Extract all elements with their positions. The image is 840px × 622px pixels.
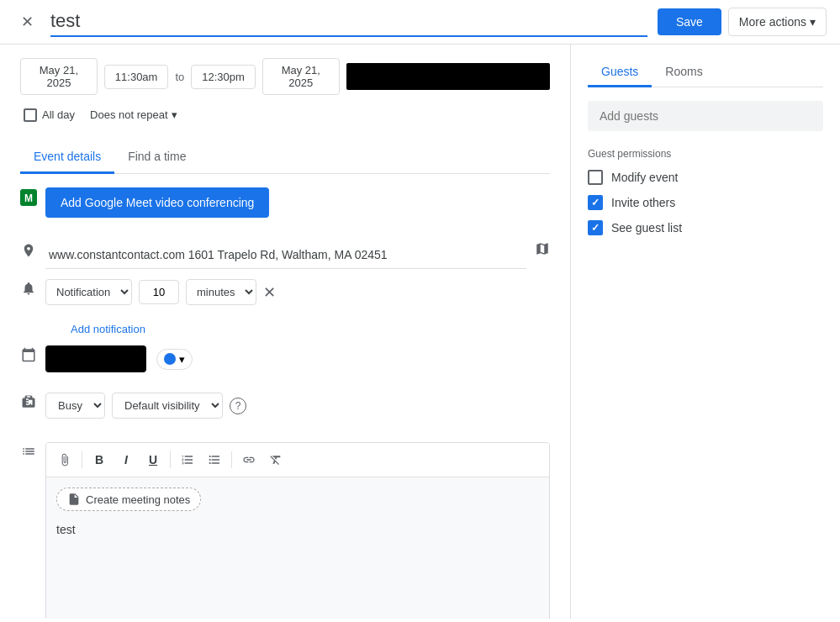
calendar-color-controls: ▾ <box>45 345 193 372</box>
toolbar-separator-2 <box>170 451 171 468</box>
add-notification-link[interactable]: Add notification <box>71 323 145 335</box>
repeat-chevron-icon: ▾ <box>172 108 177 121</box>
save-button[interactable]: Save <box>658 8 721 35</box>
allday-checkbox[interactable] <box>24 108 37 122</box>
permission-invite-others-row[interactable]: Invite others <box>588 195 823 210</box>
more-actions-button[interactable]: More actions ▾ <box>728 8 827 36</box>
datetime-row: May 21, 2025 11:30am to 12:30pm May 21, … <box>20 58 550 95</box>
chevron-down-icon: ▾ <box>810 15 816 29</box>
right-panel: Guests Rooms Guest permissions Modify ev… <box>571 45 840 619</box>
location-icon-col <box>20 241 37 258</box>
description-editor: B I U <box>45 442 550 619</box>
remove-format-button[interactable] <box>264 448 288 472</box>
close-button[interactable]: ✕ <box>13 8 40 35</box>
guest-tabs-row: Guests Rooms <box>588 58 823 87</box>
repeat-label: Does not repeat <box>90 108 168 121</box>
start-date-chip[interactable]: May 21, 2025 <box>20 58 98 95</box>
attach-button[interactable] <box>53 448 77 472</box>
permission-see-guest-list-row[interactable]: See guest list <box>588 220 823 235</box>
editor-toolbar: B I U <box>46 443 549 477</box>
meet-logo-icon: M <box>20 189 37 206</box>
create-meeting-notes-button[interactable]: Create meeting notes <box>56 488 201 511</box>
tab-event-details[interactable]: Event details <box>20 141 114 174</box>
notification-value-input[interactable] <box>139 280 179 304</box>
link-button[interactable] <box>237 448 261 472</box>
color-dot <box>164 353 176 365</box>
see-guest-list-label: See guest list <box>611 221 682 235</box>
guest-permissions-title: Guest permissions <box>588 148 823 160</box>
tab-find-a-time[interactable]: Find a time <box>114 141 199 174</box>
bell-icon-col <box>20 279 37 296</box>
notification-type-select[interactable]: Notification <box>45 279 132 305</box>
allday-row: All day Does not repeat ▾ <box>24 105 550 124</box>
unordered-list-button[interactable] <box>203 448 226 472</box>
description-text[interactable]: test <box>56 523 539 536</box>
calendar-name-redacted <box>45 345 146 372</box>
add-meet-button[interactable]: Add Google Meet video conferencing <box>45 187 269 218</box>
toolbar-separator-1 <box>82 451 82 468</box>
doc-icon <box>67 493 81 506</box>
create-notes-label: Create meeting notes <box>86 493 190 506</box>
status-row: Busy Default visibility ? <box>20 393 550 432</box>
italic-button[interactable]: I <box>114 448 138 472</box>
modify-event-checkbox[interactable] <box>588 170 603 185</box>
svg-text:M: M <box>24 192 33 204</box>
bold-button[interactable]: B <box>87 448 111 472</box>
meet-btn-label: Add Google Meet video conferencing <box>61 196 254 209</box>
clear-notification-button[interactable]: ✕ <box>263 283 276 302</box>
busy-status-select[interactable]: Busy <box>45 393 105 419</box>
color-chevron-icon: ▾ <box>179 353 185 366</box>
repeat-select[interactable]: Does not repeat ▾ <box>83 105 184 124</box>
ordered-list-button[interactable] <box>176 448 199 472</box>
briefcase-icon <box>21 394 36 409</box>
lines-icon-col <box>20 442 37 459</box>
header: ✕ Save More actions ▾ <box>0 0 840 45</box>
to-label: to <box>175 71 184 83</box>
notification-controls: Notification minutes ✕ <box>45 279 276 305</box>
meet-button-row: M Add Google Meet video conferencing <box>20 187 550 231</box>
modify-event-label: Modify event <box>611 171 678 184</box>
calendar-icon <box>21 347 36 362</box>
close-icon: ✕ <box>21 13 34 31</box>
location-input[interactable] <box>45 241 526 269</box>
visibility-select[interactable]: Default visibility <box>112 393 223 419</box>
redacted-bar <box>346 63 550 90</box>
description-row: B I U <box>20 442 550 619</box>
header-actions: Save More actions ▾ <box>658 8 827 36</box>
location-row <box>20 241 550 269</box>
tab-rooms[interactable]: Rooms <box>652 58 716 87</box>
main-layout: May 21, 2025 11:30am to 12:30pm May 21, … <box>0 45 840 619</box>
meet-icon-col: M <box>20 187 37 206</box>
allday-label: All day <box>42 108 75 121</box>
toolbar-separator-3 <box>231 451 232 468</box>
invite-others-checkbox[interactable] <box>588 195 603 210</box>
color-selector-button[interactable]: ▾ <box>156 349 193 370</box>
permission-modify-event-row[interactable]: Modify event <box>588 170 823 185</box>
allday-checkbox-label[interactable]: All day <box>24 108 75 122</box>
invite-others-label: Invite others <box>611 196 675 209</box>
underline-button[interactable]: U <box>141 448 165 472</box>
end-time-chip[interactable]: 12:30pm <box>191 65 256 89</box>
tab-guests[interactable]: Guests <box>588 58 652 87</box>
briefcase-icon-col <box>20 393 37 409</box>
start-time-chip[interactable]: 11:30am <box>104 65 169 89</box>
event-tabs-row: Event details Find a time <box>20 141 550 174</box>
description-icon <box>21 444 36 459</box>
end-date-chip[interactable]: May 21, 2025 <box>262 58 340 95</box>
more-actions-label: More actions <box>739 15 806 29</box>
bell-icon <box>21 281 36 296</box>
see-guest-list-checkbox[interactable] <box>588 220 603 235</box>
map-icon[interactable] <box>535 241 550 256</box>
status-controls: Busy Default visibility ? <box>45 393 246 419</box>
left-panel: May 21, 2025 11:30am to 12:30pm May 21, … <box>0 45 571 619</box>
add-guests-input[interactable] <box>588 101 823 131</box>
help-icon[interactable]: ? <box>230 398 246 414</box>
calendar-icon-col <box>20 345 37 362</box>
editor-body[interactable]: Create meeting notes test <box>46 477 549 619</box>
notification-row: Notification minutes ✕ <box>20 279 550 312</box>
notification-unit-select[interactable]: minutes <box>186 279 256 305</box>
event-title-input[interactable] <box>50 7 647 37</box>
location-pin-icon <box>21 243 36 258</box>
calendar-row: ▾ <box>20 345 550 382</box>
